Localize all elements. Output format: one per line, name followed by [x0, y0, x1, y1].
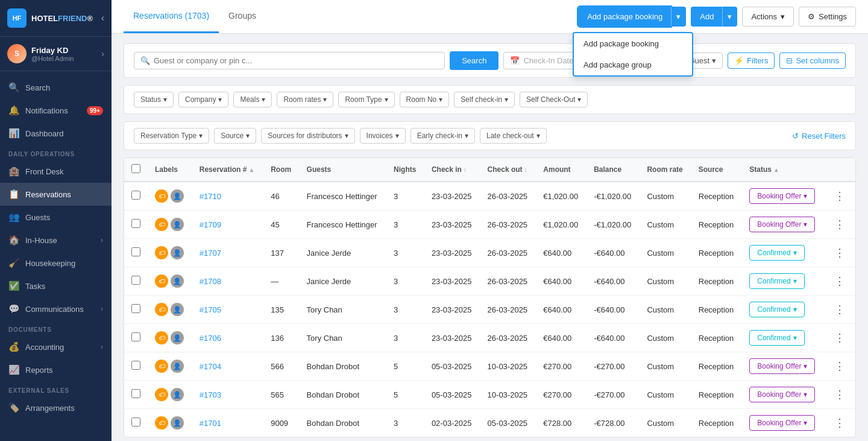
sidebar-item-notifications[interactable]: 🔔 Notifications 99+	[0, 99, 112, 122]
sidebar-item-guests[interactable]: 👥 Guests	[0, 206, 112, 229]
filter-room-type[interactable]: Room Type ▾	[338, 92, 394, 107]
sidebar-collapse-button[interactable]: ‹	[101, 13, 104, 24]
filter-room-no[interactable]: Room No ▾	[400, 92, 450, 107]
status-badge[interactable]: Booking Offer ▾	[749, 415, 815, 431]
sidebar-item-arrangements[interactable]: 🏷️ Arrangements	[0, 396, 112, 419]
guest-search-input-wrap[interactable]: 🔍	[134, 52, 445, 69]
sidebar-item-label: Dashboard	[25, 129, 64, 138]
actions-button[interactable]: Actions ▾	[742, 7, 794, 27]
row-checkbox[interactable]	[131, 361, 140, 370]
status-badge[interactable]: Booking Offer ▾	[749, 188, 815, 204]
reservation-link[interactable]: #1708	[200, 277, 221, 286]
sidebar-item-reports[interactable]: 📈 Reports	[0, 358, 112, 381]
reservation-link[interactable]: #1704	[200, 362, 221, 371]
more-options-button[interactable]: ⋮	[832, 388, 848, 401]
more-options-button[interactable]: ⋮	[832, 189, 848, 203]
status-badge[interactable]: Booking Offer ▾	[749, 387, 815, 402]
row-checkbox[interactable]	[131, 219, 140, 228]
more-options-button[interactable]: ⋮	[832, 246, 848, 259]
more-options-button[interactable]: ⋮	[832, 274, 848, 288]
reservation-link[interactable]: #1709	[200, 220, 221, 229]
documents-section-title: DOCUMENTS	[0, 320, 112, 335]
reservation-link[interactable]: #1707	[200, 249, 221, 258]
more-options-button[interactable]: ⋮	[832, 416, 848, 430]
row-checkbox[interactable]	[131, 247, 140, 256]
sidebar-item-housekeeping[interactable]: 🧹 Housekeeping	[0, 252, 112, 274]
filter-status[interactable]: Status ▾	[134, 92, 174, 107]
row-checkbox[interactable]	[131, 389, 140, 398]
filter-self-checkin[interactable]: Self check-in ▾	[454, 92, 515, 107]
status-badge[interactable]: Confirmed ▾	[749, 273, 804, 289]
filter-invoices[interactable]: Invoices ▾	[360, 128, 406, 144]
more-options-button[interactable]: ⋮	[832, 218, 848, 231]
guest-search-input[interactable]	[154, 56, 438, 65]
search-icon: 🔍	[140, 56, 150, 65]
th-reservation-no[interactable]: Reservation # ▲	[192, 158, 263, 182]
reservation-link[interactable]: #1701	[200, 419, 221, 428]
table-row: 🏷 👤 #1708 — Janice Jerde 3 23-03-2025 26…	[124, 267, 855, 296]
sidebar-item-dashboard[interactable]: 📊 Dashboard	[0, 122, 112, 145]
reservation-link[interactable]: #1706	[200, 334, 221, 343]
search-button[interactable]: Search	[450, 51, 498, 70]
row-checkbox[interactable]	[131, 191, 140, 200]
row-checkbox[interactable]	[131, 304, 140, 313]
more-options-button[interactable]: ⋮	[832, 303, 848, 316]
filter-late-checkout[interactable]: Late check-out ▾	[480, 128, 547, 144]
row-room: 45	[263, 211, 299, 239]
set-columns-button[interactable]: ⊟ Set columns	[779, 52, 846, 69]
reset-filters-button[interactable]: ↺ Reset Filters	[792, 132, 846, 141]
th-checkin[interactable]: Check in ↕	[424, 158, 480, 182]
sidebar-item-front-desk[interactable]: 🏨 Front Desk	[0, 160, 112, 183]
sidebar-item-search[interactable]: 🔍 Search	[0, 76, 112, 99]
reservation-link[interactable]: #1705	[200, 305, 221, 314]
filters-button[interactable]: ⚡ Filters	[728, 52, 775, 69]
filter-row-1: Status ▾ Company ▾ Meals ▾ Room rates ▾ …	[124, 85, 856, 114]
filter-company[interactable]: Company ▾	[178, 92, 228, 107]
filter-room-rates[interactable]: Room rates ▾	[277, 92, 333, 107]
sidebar-item-reservations[interactable]: 📋 Reservations	[0, 183, 112, 206]
status-badge[interactable]: Confirmed ▾	[749, 330, 804, 346]
row-source: Reception	[691, 267, 743, 296]
th-checkout[interactable]: Check out ↕	[480, 158, 536, 182]
status-badge[interactable]: Booking Offer ▾	[749, 358, 815, 374]
more-options-button[interactable]: ⋮	[832, 360, 848, 373]
reservation-link[interactable]: #1710	[200, 192, 221, 201]
sidebar-item-accounting[interactable]: 💰 Accounting ›	[0, 335, 112, 358]
add-dropdown-button[interactable]: ▾	[722, 7, 737, 27]
tab-groups[interactable]: Groups	[219, 0, 266, 33]
more-options-button[interactable]: ⋮	[832, 331, 848, 344]
row-checkbox[interactable]	[131, 417, 140, 427]
row-checkbox[interactable]	[131, 276, 140, 285]
reservation-link[interactable]: #1703	[200, 390, 221, 399]
topbar-actions: Add package booking ▾ Add package bookin…	[578, 7, 856, 27]
filter-sources-distributors[interactable]: Sources for distributors ▾	[261, 128, 354, 144]
row-room: 566	[263, 352, 299, 381]
filter-reservation-type[interactable]: Reservation Type ▾	[134, 128, 209, 144]
status-badge[interactable]: Booking Offer ▾	[749, 217, 815, 232]
filter-icon: ⚡	[734, 56, 744, 65]
th-status[interactable]: Status ▲	[742, 158, 824, 182]
filter-early-checkin[interactable]: Early check-in ▾	[410, 128, 475, 144]
settings-button[interactable]: ⚙ Settings	[799, 7, 856, 27]
add-package-booking-button[interactable]: Add package booking	[578, 7, 671, 27]
sidebar-user[interactable]: S Friday KD @Hotel Admin ›	[0, 37, 112, 71]
add-package-booking-dropdown-button[interactable]: ▾	[671, 7, 686, 27]
dropdown-add-package-booking[interactable]: Add package booking	[574, 33, 692, 54]
sidebar-item-tasks[interactable]: ✅ Tasks	[0, 274, 112, 297]
filter-source[interactable]: Source ▾	[214, 128, 256, 144]
status-badge[interactable]: Confirmed ▾	[749, 302, 804, 317]
status-badge[interactable]: Confirmed ▾	[749, 245, 804, 261]
tab-reservations[interactable]: Reservations (1703)	[124, 0, 219, 33]
sidebar-item-in-house[interactable]: 🏠 In-House ›	[0, 229, 112, 252]
add-button[interactable]: Add	[691, 7, 722, 27]
sidebar-item-communications[interactable]: 💬 Communications ›	[0, 297, 112, 320]
filter-meals[interactable]: Meals ▾	[233, 92, 272, 107]
row-checkbox[interactable]	[131, 332, 140, 341]
table-row: 🏷 👤 #1704 566 Bohdan Drobot 5 05-03-2025…	[124, 352, 855, 381]
select-all-checkbox[interactable]	[131, 164, 140, 173]
chevron-down-icon: ▾	[804, 419, 807, 427]
filter-self-checkout[interactable]: Self Check-Out ▾	[520, 92, 588, 107]
row-amount: €640.00	[536, 296, 587, 324]
table-row: 🏷 👤 #1705 135 Tory Chan 3 23-03-2025 26-…	[124, 296, 855, 324]
dropdown-add-package-group[interactable]: Add package group	[574, 54, 692, 75]
